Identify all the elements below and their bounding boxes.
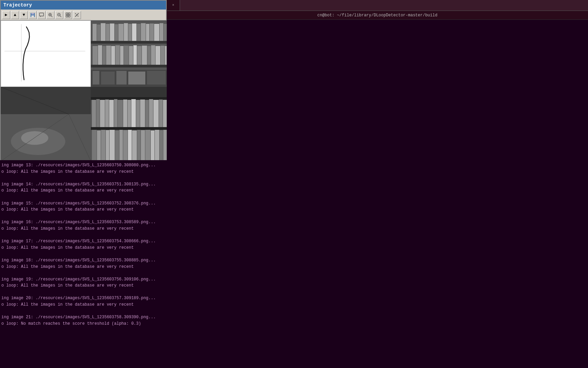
terminal-line-7: ing image 15: ./resources/images/SVS_L_1… xyxy=(1,200,165,207)
toolbar-save-btn[interactable] xyxy=(29,11,37,19)
tab-bar: × xyxy=(167,0,588,11)
svg-rect-98 xyxy=(110,130,115,160)
svg-rect-31 xyxy=(124,23,128,41)
svg-rect-97 xyxy=(106,130,109,160)
svg-rect-27 xyxy=(106,24,110,41)
svg-rect-103 xyxy=(132,131,137,160)
trajectory-svg xyxy=(1,21,91,87)
bookshelf-bottom-image xyxy=(91,87,167,161)
svg-rect-61 xyxy=(116,71,127,85)
svg-rect-48 xyxy=(124,46,129,65)
svg-rect-102 xyxy=(128,130,132,160)
svg-rect-59 xyxy=(93,71,99,85)
terminal-line-22: ing image 20: ./resources/images/SVS_L_1… xyxy=(1,295,165,302)
svg-rect-85 xyxy=(131,99,136,127)
svg-rect-12 xyxy=(66,13,68,15)
terminal-area: ing image 13: ./resources/images/SVS_L_1… xyxy=(0,160,167,368)
svg-rect-41 xyxy=(93,46,98,65)
svg-rect-88 xyxy=(145,100,149,127)
svg-rect-33 xyxy=(132,24,136,41)
toolbar-comment-btn[interactable] xyxy=(37,11,46,19)
toolbar-forward-btn[interactable]: ▶ xyxy=(2,11,10,19)
floor-image xyxy=(1,87,91,161)
terminal-line-8: o loop: All the images in the database a… xyxy=(1,206,165,213)
camera-bottom-left xyxy=(1,87,91,161)
toolbar-erase-btn[interactable] xyxy=(73,11,81,19)
terminal-line-16: ing image 18: ./resources/images/SVS_L_1… xyxy=(1,257,165,264)
toolbar-zoom-in-btn[interactable] xyxy=(46,11,54,19)
camera-bottom-right xyxy=(91,87,167,161)
camera-top-right xyxy=(91,20,167,87)
toolbar-up-btn[interactable]: ▲ xyxy=(11,11,19,19)
svg-rect-13 xyxy=(68,13,70,15)
svg-rect-80 xyxy=(109,100,114,127)
toolbar-zoom-out-btn[interactable] xyxy=(55,11,63,19)
trajectory-toolbar: ▶ ▲ ▼ xyxy=(1,10,166,20)
svg-rect-37 xyxy=(150,24,154,41)
terminal-line-3 xyxy=(1,175,165,181)
terminal-line-11: o loop: All the images in the database a… xyxy=(1,226,165,232)
terminal-line-12 xyxy=(1,232,165,239)
trajectory-window: Trajectory ▶ ▲ ▼ xyxy=(0,0,167,160)
svg-rect-54 xyxy=(151,45,155,65)
terminal-line-15 xyxy=(1,251,165,257)
svg-rect-63 xyxy=(147,71,166,85)
svg-rect-93 xyxy=(91,127,167,130)
svg-rect-96 xyxy=(101,130,105,160)
svg-rect-91 xyxy=(159,99,163,127)
svg-rect-60 xyxy=(101,72,115,85)
svg-rect-25 xyxy=(97,25,100,41)
terminal-line-19: ing image 19: ./resources/images/SVS_L_1… xyxy=(1,276,165,283)
svg-rect-53 xyxy=(147,46,151,65)
trajectory-titlebar: Trajectory xyxy=(1,1,166,10)
svg-rect-1 xyxy=(31,13,34,15)
svg-line-10 xyxy=(60,16,61,17)
svg-point-67 xyxy=(21,131,48,145)
tab-1-close[interactable]: × xyxy=(172,3,174,7)
svg-rect-39 xyxy=(160,23,163,41)
svg-rect-95 xyxy=(97,131,101,160)
svg-rect-100 xyxy=(119,130,123,160)
svg-rect-2 xyxy=(31,15,34,17)
terminal-line-21 xyxy=(1,289,165,295)
svg-rect-82 xyxy=(118,100,123,127)
svg-rect-108 xyxy=(155,130,159,160)
tab-title-bar: cn@bot: ~/file/library/DLoopDetector-mas… xyxy=(167,11,588,20)
tab-1[interactable]: × xyxy=(167,0,180,11)
bookshelf-image xyxy=(91,20,167,87)
terminal-line-5: o loop: All the images in the database a… xyxy=(1,187,165,194)
svg-rect-3 xyxy=(39,13,44,16)
svg-rect-22 xyxy=(91,41,167,44)
svg-rect-46 xyxy=(115,45,120,65)
terminal-line-25: ing image 21: ./resources/images/SVS_L_1… xyxy=(1,314,165,321)
svg-rect-83 xyxy=(123,99,127,127)
tab-title: cn@bot: ~/file/library/DLoopDetector-mas… xyxy=(317,13,438,18)
svg-rect-45 xyxy=(111,46,115,65)
svg-rect-28 xyxy=(110,24,114,41)
terminal-line-13: ing image 17: ./resources/images/SVS_L_1… xyxy=(1,238,165,245)
toolbar-fit-btn[interactable] xyxy=(64,11,72,19)
svg-rect-35 xyxy=(141,23,146,41)
svg-rect-105 xyxy=(141,130,145,160)
svg-rect-90 xyxy=(153,100,159,127)
svg-rect-107 xyxy=(151,131,154,160)
terminal-line-4: ing image 14: ./resources/images/SVS_L_1… xyxy=(1,181,165,188)
svg-rect-77 xyxy=(96,99,100,127)
terminal-line-1: ing image 13: ./resources/images/SVS_L_1… xyxy=(1,162,165,169)
svg-rect-75 xyxy=(91,97,167,100)
svg-rect-14 xyxy=(66,15,68,17)
terminal-line-6 xyxy=(1,194,165,200)
svg-rect-89 xyxy=(149,99,153,127)
svg-rect-23 xyxy=(91,65,167,67)
svg-rect-47 xyxy=(120,46,124,65)
terminal-line-26: o loop: No match reaches the score thres… xyxy=(1,321,165,327)
svg-rect-51 xyxy=(137,46,142,65)
svg-rect-94 xyxy=(92,130,97,160)
terminal-line-24 xyxy=(1,308,165,315)
svg-rect-55 xyxy=(156,46,160,65)
svg-rect-38 xyxy=(154,24,159,41)
right-terminal xyxy=(167,20,588,368)
toolbar-down-btn[interactable]: ▼ xyxy=(20,11,28,19)
svg-rect-84 xyxy=(128,100,131,127)
trajectory-canvas xyxy=(1,20,91,87)
